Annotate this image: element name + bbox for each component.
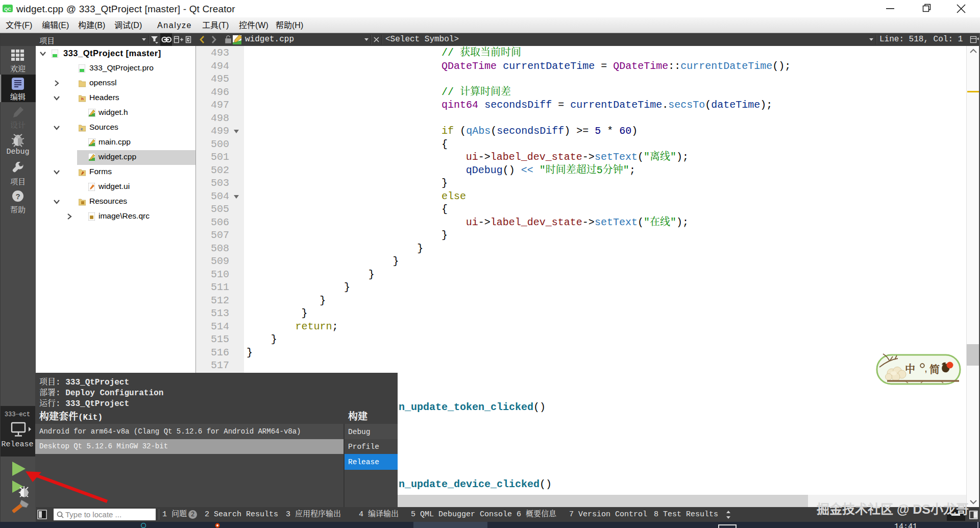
svg-text:h: h <box>81 97 84 101</box>
svg-text:简: 简 <box>929 362 940 376</box>
svg-text:中: 中 <box>905 361 915 376</box>
svg-text:?: ? <box>15 192 20 201</box>
svg-text:c: c <box>81 127 83 131</box>
svg-text:,: , <box>925 365 927 373</box>
svg-text:QC: QC <box>4 7 11 12</box>
